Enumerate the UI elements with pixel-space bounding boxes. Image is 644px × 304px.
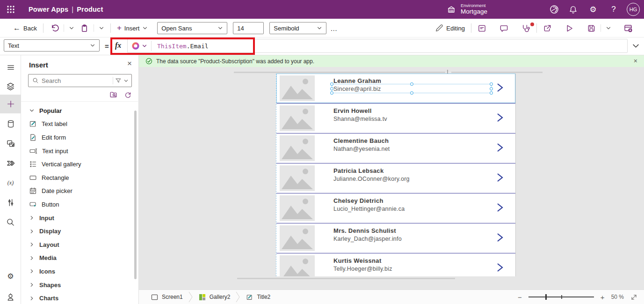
gallery-row[interactable]: Mrs. Dennis Schulist Karley_Dach@jasper.… bbox=[276, 223, 515, 253]
virtual-agent-rail-button[interactable] bbox=[0, 289, 21, 304]
gallery-row[interactable]: Kurtis Weissnat Telly.Hoeger@billy.biz bbox=[276, 253, 515, 276]
avatar[interactable]: HG bbox=[627, 3, 640, 16]
save-button[interactable] bbox=[584, 24, 599, 33]
category-display[interactable]: Display bbox=[21, 224, 139, 238]
insert-search-box[interactable] bbox=[28, 74, 132, 87]
insert-item-vertical-gallery[interactable]: Vertical gallery bbox=[21, 157, 139, 171]
gallery-row[interactable]: Chelsey Dietrich Lucio_Hettinger@annie.c… bbox=[276, 193, 515, 223]
insert-item-date-picker[interactable]: Date picker bbox=[21, 185, 139, 198]
next-arrow-icon[interactable] bbox=[496, 172, 504, 183]
zoom-in-button[interactable]: + bbox=[601, 293, 605, 301]
category-charts[interactable]: Charts bbox=[21, 291, 139, 304]
preview-button[interactable] bbox=[562, 24, 577, 33]
panel-scrollbar[interactable] bbox=[134, 111, 137, 279]
search-input[interactable] bbox=[42, 77, 111, 84]
selection-handle[interactable] bbox=[410, 82, 413, 86]
selection-handle[interactable] bbox=[330, 91, 333, 95]
media-rail-button[interactable] bbox=[0, 136, 21, 151]
gallery-row[interactable]: Ervin Howell Shanna@melissa.tv bbox=[276, 104, 515, 133]
next-arrow-icon[interactable] bbox=[496, 112, 504, 123]
chevron-down-icon[interactable] bbox=[123, 78, 129, 83]
close-panel-button[interactable]: × bbox=[127, 59, 132, 68]
formula-expand-button[interactable] bbox=[632, 42, 639, 49]
category-media[interactable]: Media bbox=[21, 252, 139, 265]
help-button[interactable]: ? bbox=[604, 0, 623, 19]
selection-bounding-box[interactable] bbox=[332, 84, 492, 93]
selection-handle[interactable] bbox=[410, 91, 413, 95]
back-button[interactable]: ← Back bbox=[10, 24, 40, 32]
selection-handle[interactable] bbox=[330, 82, 333, 86]
waffle-menu-icon[interactable] bbox=[0, 0, 21, 19]
category-shapes[interactable]: Shapes bbox=[21, 278, 139, 292]
category-icons[interactable]: Icons bbox=[21, 265, 139, 278]
insert-menu-button[interactable]: + Insert bbox=[114, 23, 151, 33]
editing-mode-button[interactable]: Editing bbox=[432, 24, 468, 32]
data-rail-button[interactable] bbox=[0, 116, 21, 131]
selection-handle[interactable] bbox=[490, 87, 493, 90]
breadcrumb-title2[interactable]: Title2 bbox=[240, 290, 276, 304]
property-selector[interactable]: Text bbox=[4, 39, 100, 52]
next-arrow-icon[interactable] bbox=[496, 262, 504, 273]
insert-item-button[interactable]: Button bbox=[21, 198, 139, 211]
selection-handle[interactable] bbox=[490, 91, 493, 95]
insert-item-rectangle[interactable]: Rectangle bbox=[21, 171, 139, 185]
next-arrow-icon[interactable] bbox=[496, 202, 504, 213]
next-arrow-icon[interactable] bbox=[496, 232, 504, 243]
settings-button[interactable]: ⚙ bbox=[584, 0, 602, 19]
filter-icon[interactable] bbox=[115, 77, 122, 84]
environment-picker[interactable]: Environment Mortgage bbox=[447, 0, 487, 19]
formula-text[interactable]: ThisItem.Email bbox=[157, 43, 209, 50]
canvas-scrollbar-segment[interactable] bbox=[451, 72, 543, 73]
breadcrumb-screen1[interactable]: Screen1 bbox=[145, 290, 188, 304]
canvas-scrollbar-segment[interactable] bbox=[237, 278, 455, 279]
insert-rail-button[interactable] bbox=[0, 95, 21, 113]
font-size-input[interactable]: 14 bbox=[233, 22, 264, 34]
search-rail-button[interactable] bbox=[0, 215, 21, 230]
more-commands-button[interactable]: … bbox=[326, 24, 341, 32]
app-checker-button[interactable] bbox=[519, 24, 533, 33]
share-button[interactable] bbox=[540, 24, 555, 33]
power-automate-rail-button[interactable] bbox=[0, 156, 21, 171]
selection-handle[interactable] bbox=[490, 82, 493, 86]
notification-close-button[interactable]: × bbox=[634, 57, 637, 65]
copilot-formula-button[interactable] bbox=[128, 42, 151, 50]
variables-rail-button[interactable]: (x) bbox=[0, 175, 21, 190]
design-canvas[interactable]: Leanne Graham Sincere@april.biz Ervin Ho… bbox=[139, 67, 644, 289]
selection-handle[interactable] bbox=[330, 87, 333, 90]
formula-input[interactable]: ThisItem.Email bbox=[127, 39, 628, 53]
gallery-row[interactable]: Clementine Bauch Nathan@yesenia.net bbox=[276, 133, 515, 163]
publish-button[interactable] bbox=[621, 23, 636, 33]
insert-item-text-label[interactable]: Text label bbox=[21, 118, 139, 131]
controls-rail-button[interactable] bbox=[0, 195, 21, 210]
font-family-dropdown[interactable]: Open Sans bbox=[157, 22, 227, 34]
vertical-gallery-control[interactable]: Leanne Graham Sincere@april.biz Ervin Ho… bbox=[276, 74, 516, 276]
save-menu-button[interactable] bbox=[603, 25, 614, 31]
canvas-scrollbar-segment[interactable] bbox=[234, 72, 445, 73]
fit-to-window-icon[interactable] bbox=[630, 294, 637, 301]
paste-menu-button[interactable] bbox=[96, 25, 107, 31]
breadcrumb-gallery2[interactable]: Gallery2 bbox=[193, 290, 236, 304]
notifications-button[interactable] bbox=[564, 0, 582, 19]
app-settings-button[interactable] bbox=[475, 24, 489, 33]
insert-item-text-input[interactable]: Text input bbox=[21, 144, 139, 158]
popular-section-header[interactable]: Popular bbox=[21, 104, 139, 118]
zoom-out-button[interactable]: − bbox=[518, 293, 522, 301]
undo-button[interactable] bbox=[47, 23, 62, 33]
gallery-row[interactable]: Patricia Lebsack Julianne.OConner@kory.o… bbox=[276, 163, 515, 193]
refresh-icon[interactable] bbox=[124, 91, 132, 99]
next-arrow-icon[interactable] bbox=[496, 142, 504, 153]
collapse-menu-button[interactable] bbox=[0, 60, 21, 75]
next-arrow-icon[interactable] bbox=[496, 82, 504, 93]
gallery-row-selected[interactable]: Leanne Graham Sincere@april.biz bbox=[276, 74, 515, 104]
zoom-slider-handle[interactable] bbox=[545, 294, 547, 300]
category-input[interactable]: Input bbox=[21, 211, 139, 225]
paste-button[interactable] bbox=[77, 24, 92, 33]
undo-menu-button[interactable] bbox=[66, 25, 77, 31]
insert-item-edit-form[interactable]: Edit form bbox=[21, 131, 139, 144]
copilot-header-button[interactable] bbox=[545, 0, 564, 19]
category-layout[interactable]: Layout bbox=[21, 238, 139, 252]
comments-button[interactable] bbox=[497, 24, 511, 33]
browse-components-icon[interactable] bbox=[109, 91, 117, 99]
settings-rail-button[interactable]: ⚙ bbox=[0, 268, 21, 283]
font-weight-dropdown[interactable]: Semibold bbox=[269, 22, 326, 34]
